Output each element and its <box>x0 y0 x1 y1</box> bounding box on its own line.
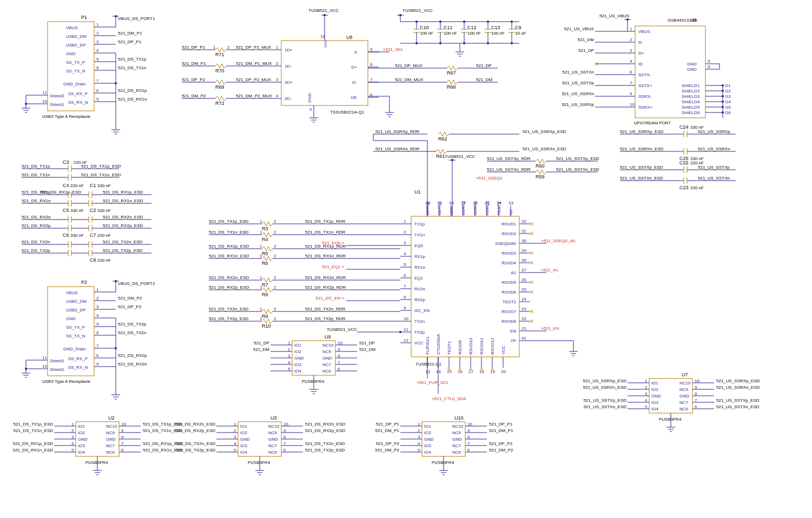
svg-text:RX1p: RX1p <box>414 254 426 259</box>
svg-text:S: S <box>354 50 357 55</box>
ic-U8: U8 TS3USB221A-Q1 11D+21D-32D+42D- 9S8D+7… <box>276 8 379 122</box>
svg-text:RSVD6: RSVD6 <box>501 290 516 295</box>
svg-text:28: 28 <box>521 258 526 263</box>
svg-text:521_DS_RX2p: 521_DS_RX2p <box>22 223 51 228</box>
svg-text:C11: C11 <box>444 25 453 30</box>
svg-text:4: 4 <box>234 441 236 446</box>
svg-text:I2C_EN: I2C_EN <box>414 308 430 313</box>
svg-text:D+: D+ <box>638 51 644 56</box>
svg-text:521_DM_P2: 521_DM_P2 <box>182 94 206 98</box>
svg-text:SSTX-: SSTX- <box>638 72 651 77</box>
svg-text:1: 1 <box>260 307 262 311</box>
svg-point-302 <box>487 21 489 23</box>
svg-text:521_DS_RX1n: 521_DS_RX1n <box>118 97 147 102</box>
svg-text:5: 5 <box>404 262 406 267</box>
svg-text:TUSB521_VCC: TUSB521_VCC <box>445 154 475 159</box>
svg-text:SSEQ1: SSEQ1 <box>485 201 490 215</box>
svg-text:521_DM_P2: 521_DM_P2 <box>489 448 513 453</box>
svg-text:ID: ID <box>638 62 643 67</box>
svg-text:521_DS_RX2p_ESD: 521_DS_RX2p_ESD <box>103 223 143 228</box>
svg-text:IO4: IO4 <box>294 369 301 374</box>
svg-text:TEST2: TEST2 <box>503 300 516 304</box>
svg-text:G5: G5 <box>725 105 731 110</box>
svg-text:521_US_SSRXp_RDR: 521_US_SSRXp_RDR <box>375 129 420 134</box>
connector-P2: P2 USB3 Type A Receptacle 11 10 Shield2 … <box>22 280 155 399</box>
svg-text:TP: TP <box>511 338 516 343</box>
svg-text:SS_TX_N: SS_TX_N <box>66 69 85 74</box>
svg-text:IO1: IO1 <box>240 424 247 429</box>
svg-text:R61: R61 <box>436 154 445 159</box>
svg-text:TEST1: TEST1 <box>447 341 452 355</box>
refdes-P1: P1 <box>81 15 87 20</box>
svg-text:C23: C23 <box>679 185 689 190</box>
svg-text:2: 2 <box>274 230 276 235</box>
svg-text:NC7: NC7 <box>452 443 461 448</box>
svg-text:521_DS_TX2p_ESD: 521_DS_TX2p_ESD <box>176 448 216 453</box>
svg-text:521_DS_RX2p_ESD: 521_DS_RX2p_ESD <box>209 285 249 290</box>
svg-text:RX2p: RX2p <box>414 297 426 302</box>
svg-text:521_DP_P2: 521_DP_P2 <box>376 441 400 446</box>
svg-text:7: 7 <box>370 77 373 82</box>
svg-text:G4: G4 <box>725 99 731 104</box>
svg-text:R70: R70 <box>215 68 225 74</box>
svg-text:RX1n: RX1n <box>414 265 425 270</box>
svg-text:PUSB3FR4: PUSB3FR4 <box>302 379 325 384</box>
svg-text:521_DS_TX2n_ESD: 521_DS_TX2n_ESD <box>305 441 345 446</box>
svg-text:9: 9 <box>121 428 124 433</box>
u8-right-nets: »221_SEL 521_DP_MUXR67521_DP 521_DM_MUXR… <box>368 47 498 117</box>
svg-text:GND: GND <box>240 437 250 442</box>
svg-text:5: 5 <box>708 59 710 64</box>
svg-text:R6: R6 <box>262 261 268 266</box>
svg-text:13: 13 <box>425 369 430 374</box>
svg-text:IO4: IO4 <box>240 450 247 455</box>
svg-text:IO1: IO1 <box>78 424 85 429</box>
svg-text:OE: OE <box>351 95 357 100</box>
svg-text:521_DS_RX2p_ESD: 521_DS_RX2p_ESD <box>175 428 215 433</box>
svg-text:2: 2 <box>274 244 276 249</box>
svg-text:U10: U10 <box>454 415 464 421</box>
svg-text:521_US_SSTXn: 521_US_SSTXn <box>562 70 594 75</box>
svg-text:521_DS_RX1p_ESD: 521_DS_RX1p_ESD <box>13 441 53 446</box>
svg-text:220 nF: 220 nF <box>70 183 84 188</box>
svg-text:10: 10 <box>42 99 47 104</box>
ic-U1: U1 TUSB521-Q1 1TX1p2TX1n3EQ04RX1p5RX1n6E… <box>400 189 530 374</box>
svg-text:IO2: IO2 <box>240 430 247 435</box>
svg-text:FLIP/SCL: FLIP/SCL <box>425 336 430 355</box>
svg-text:521_DS_RX1n_RDR: 521_DS_RX1n_RDR <box>305 254 346 258</box>
svg-text:4: 4 <box>288 360 291 365</box>
svg-text:SSTXn: SSTXn <box>437 202 442 215</box>
svg-text:IO2: IO2 <box>294 349 301 354</box>
svg-text:TUSB521_VCC: TUSB521_VCC <box>308 8 339 13</box>
svg-text:521_US_VBUS: 521_US_VBUS <box>599 14 629 18</box>
type-P2: USB3 Type A Receptacle <box>42 379 91 384</box>
svg-text:6: 6 <box>96 88 99 93</box>
svg-text:UPSTREAM PORT: UPSTREAM PORT <box>634 121 671 125</box>
svg-text:PUSB3FR4: PUSB3FR4 <box>248 460 270 465</box>
svg-text:521_US_SSRXp: 521_US_SSRXp <box>698 129 730 134</box>
svg-text:100 nF: 100 nF <box>467 31 481 36</box>
svg-text:RX2n: RX2n <box>414 287 425 291</box>
svg-text:21: 21 <box>521 326 526 331</box>
svg-text:521_DS_RX1p: 521_DS_RX1p <box>118 88 147 93</box>
svg-text:Shield1: Shield1 <box>50 102 64 107</box>
svg-text:330 nF: 330 nF <box>70 233 84 238</box>
svg-text:521_US_SSTXp_ESD: 521_US_SSTXp_ESD <box>583 398 626 403</box>
svg-text:7: 7 <box>121 441 124 446</box>
svg-text:521_DS_RX2n_ESD: 521_DS_RX2n_ESD <box>175 422 215 427</box>
svg-text:29: 29 <box>521 248 526 253</box>
svg-text:TX2n: TX2n <box>414 319 425 324</box>
type-P1: USB3 Type A Receptacle <box>42 114 91 119</box>
svg-text:10: 10 <box>121 422 126 427</box>
svg-text:GND: GND <box>66 316 76 321</box>
svg-text:521_US_SSRXn_ESD: 521_US_SSRXn_ESD <box>523 147 566 151</box>
svg-text:2: 2 <box>404 230 406 235</box>
svg-text:4: 4 <box>276 94 279 98</box>
svg-text:521_DP_MUX: 521_DP_MUX <box>395 63 423 68</box>
svg-text:521_US_SSTXn_ESD: 521_US_SSTXn_ESD <box>583 404 626 409</box>
svg-text:SHIELD1: SHIELD1 <box>682 83 700 88</box>
svg-text:PUSB3FR4: PUSB3FR4 <box>85 460 108 465</box>
svg-text:31: 31 <box>521 229 526 234</box>
svg-text:521_DS_RX2n: 521_DS_RX2n <box>22 215 50 220</box>
svg-text:1: 1 <box>645 378 648 383</box>
svg-text:VBUS: VBUS <box>66 25 78 30</box>
